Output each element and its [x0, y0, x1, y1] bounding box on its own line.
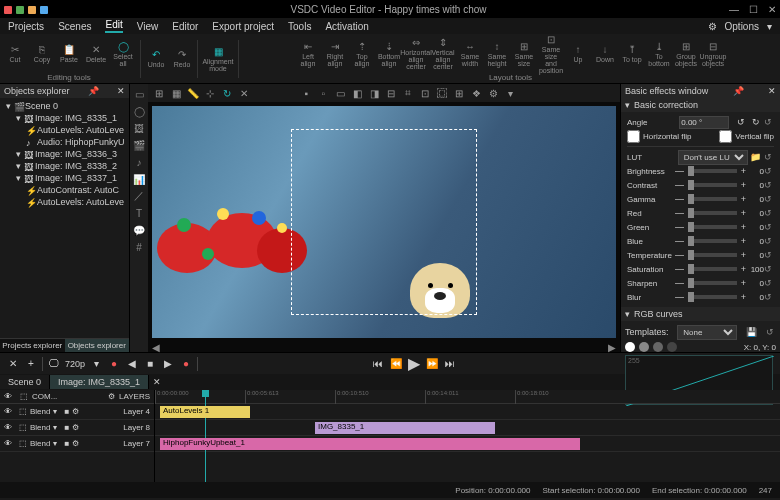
tree-item[interactable]: ⚡AutoLevels: AutoLeve	[2, 124, 127, 136]
eye-icon[interactable]: 👁	[4, 423, 16, 432]
curve-channel-g[interactable]	[653, 342, 663, 352]
tab-close-icon[interactable]: ✕	[149, 377, 165, 387]
group-button[interactable]: ⊞Group objects	[673, 36, 699, 72]
ptool-f[interactable]: ⊟	[384, 86, 398, 100]
right-align-button[interactable]: ⇥Right align	[322, 36, 348, 72]
paste-button[interactable]: 📋Paste	[56, 36, 82, 72]
tree-item[interactable]: ▾🖼Image: IMG_8338_2	[2, 160, 127, 172]
ptool-a[interactable]: ▪	[299, 86, 313, 100]
alignment-mode-button[interactable]: ▦Alignment mode	[200, 41, 236, 77]
vflip-checkbox[interactable]: Vertical flip	[719, 130, 774, 143]
pin-icon[interactable]: 📌	[88, 86, 99, 96]
chevron-down-icon[interactable]: ▾	[767, 21, 772, 32]
video-preview[interactable]	[152, 106, 616, 338]
ptool-fit[interactable]: ⊞	[152, 86, 166, 100]
tool-ellipse[interactable]: ◯	[132, 104, 146, 118]
undo-button[interactable]: ↶Undo	[143, 41, 169, 77]
record2-icon[interactable]: ●	[179, 357, 193, 371]
templates-select[interactable]: None	[677, 325, 737, 340]
same-width-button[interactable]: ↔Same width	[457, 36, 483, 72]
close-icon[interactable]: ✕	[768, 86, 776, 96]
maximize-button[interactable]: ☐	[749, 4, 758, 15]
copy-button[interactable]: ⎘Copy	[29, 36, 55, 72]
expand-icon[interactable]: ▾	[6, 101, 11, 111]
ptool-refresh[interactable]: ↻	[220, 86, 234, 100]
red-slider[interactable]	[688, 211, 737, 215]
timeline-layer[interactable]: 👁⬚Blend▾■⚙Layer 4	[0, 404, 154, 420]
select-all-button[interactable]: ◯Select all	[110, 36, 136, 72]
cut-button[interactable]: ✂Cut	[2, 36, 28, 72]
close-icon[interactable]: ✕	[117, 86, 125, 96]
playhead[interactable]	[205, 390, 206, 482]
gear-icon[interactable]: ⚙	[72, 423, 79, 432]
tab-scene[interactable]: Scene 0	[0, 375, 50, 389]
tool-tooltip[interactable]: 💬	[132, 223, 146, 237]
ptool-gear[interactable]: ⚙	[486, 86, 500, 100]
menu-edit[interactable]: Edit	[105, 19, 122, 33]
skip-end-icon[interactable]: ⏭	[443, 357, 457, 371]
tool-counter[interactable]: #	[132, 240, 146, 254]
reset-icon[interactable]: ↺	[764, 292, 774, 302]
tree-item[interactable]: ▾🖼Image: IMG_8337_1	[2, 172, 127, 184]
ptool-g[interactable]: ⌗	[401, 86, 415, 100]
reset-icon[interactable]: ↺	[764, 117, 774, 127]
add-icon[interactable]: +	[24, 357, 38, 371]
tool-rect[interactable]: ▭	[132, 87, 146, 101]
ptool-i[interactable]: ⿴	[435, 86, 449, 100]
chevron-down-icon[interactable]: ▾	[53, 439, 57, 448]
stop-icon[interactable]: ■	[143, 357, 157, 371]
v-center-button[interactable]: ⇕Vertical align center	[430, 36, 456, 72]
tree-item[interactable]: ♪Audio: HiphopFunkyU	[2, 136, 127, 148]
chevron-down-icon[interactable]: ▾	[53, 407, 57, 416]
reset-icon[interactable]: ↺	[764, 250, 774, 260]
eye-icon[interactable]: 👁	[4, 439, 16, 448]
blur-slider[interactable]	[688, 295, 737, 299]
expand-icon[interactable]: ▾	[16, 113, 21, 123]
expand-icon[interactable]: ▾	[16, 149, 21, 159]
folder-icon[interactable]: 📁	[750, 152, 761, 162]
selection-outline[interactable]	[291, 129, 477, 315]
skip-start-icon[interactable]: ⏮	[371, 357, 385, 371]
reset-icon[interactable]: ↺	[764, 264, 774, 274]
timeline-tracks[interactable]: 0:00:00:0000:00:05:6130:00:10:5100:00:14…	[155, 390, 780, 482]
chevron-down-icon[interactable]: ▾	[53, 423, 57, 432]
tool-text[interactable]: T	[132, 206, 146, 220]
timeline-layer[interactable]: 👁⬚Blend▾■⚙Layer 8	[0, 420, 154, 436]
ptool-d[interactable]: ◧	[350, 86, 364, 100]
angle-input[interactable]	[679, 116, 729, 129]
bottom-align-button[interactable]: ⇣Bottom align	[376, 36, 402, 72]
step-back-icon[interactable]: ⏪	[389, 357, 403, 371]
menu-scenes[interactable]: Scenes	[58, 21, 91, 32]
saturation-slider[interactable]	[688, 267, 737, 271]
tree-item[interactable]: ▾🖼Image: IMG_8335_1	[2, 112, 127, 124]
ptool-c[interactable]: ▭	[333, 86, 347, 100]
tab-objects-explorer[interactable]: Objects explorer	[65, 338, 130, 352]
brightness-slider[interactable]	[688, 169, 737, 173]
tree-item[interactable]: ▾🖼Image: IMG_8336_3	[2, 148, 127, 160]
redo-button[interactable]: ↷Redo	[169, 41, 195, 77]
reset-icon[interactable]: ↺	[764, 208, 774, 218]
eye-icon[interactable]: 👁	[4, 392, 16, 401]
tree-item[interactable]: ⚡AutoLevels: AutoLeve	[2, 196, 127, 208]
scrollbar[interactable]	[0, 328, 129, 338]
reset-icon[interactable]: ↺	[764, 222, 774, 232]
reset-icon[interactable]: ↺	[764, 236, 774, 246]
ptool-e[interactable]: ◨	[367, 86, 381, 100]
ungroup-button[interactable]: ⊟Ungroup objects	[700, 36, 726, 72]
ptool-k[interactable]: ❖	[469, 86, 483, 100]
tool-chart[interactable]: 📊	[132, 172, 146, 186]
pin-icon[interactable]: 📌	[733, 86, 744, 96]
gear-icon[interactable]: ⚙	[72, 439, 79, 448]
menu-view[interactable]: View	[137, 21, 159, 32]
lock-icon[interactable]: ⬚	[20, 392, 28, 401]
expand-icon[interactable]: ▾	[16, 161, 21, 171]
hflip-checkbox[interactable]: Horizontal flip	[627, 130, 691, 143]
tool-audio[interactable]: ♪	[132, 155, 146, 169]
expand-icon[interactable]: ▾	[16, 173, 21, 183]
timeline-ruler[interactable]: 0:00:00:0000:00:05:6130:00:10:5100:00:14…	[155, 390, 780, 404]
curve-channel-r[interactable]	[639, 342, 649, 352]
step-fwd-icon[interactable]: ⏩	[425, 357, 439, 371]
menu-activation[interactable]: Activation	[325, 21, 368, 32]
gear-icon[interactable]: ⚙	[72, 407, 79, 416]
rotate-ccw-icon[interactable]: ↺	[737, 117, 745, 127]
